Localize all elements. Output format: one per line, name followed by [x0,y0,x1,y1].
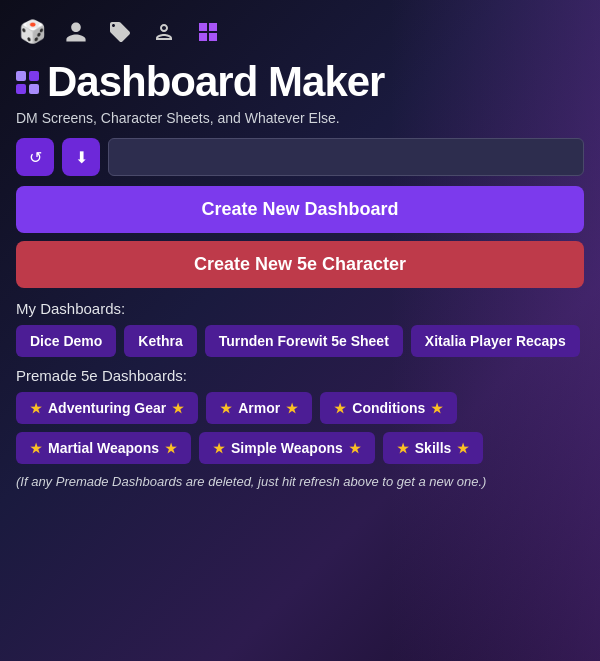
star-icon-left: ★ [220,401,232,416]
search-input[interactable] [108,138,584,176]
premade-adventuring-gear[interactable]: ★ Adventuring Gear ★ [16,392,198,424]
star-icon-left: ★ [397,441,409,456]
search-row: ↺ ⬇ [16,138,584,176]
star-icon-right: ★ [457,441,469,456]
dashboard-kethra[interactable]: Kethra [124,325,196,357]
refresh-button[interactable]: ↺ [16,138,54,176]
star-icon-right: ★ [165,441,177,456]
star-icon-right: ★ [349,441,361,456]
d20-icon[interactable]: 🎲 [16,16,48,48]
create-character-button[interactable]: Create New 5e Character [16,241,584,288]
premade-simple-weapons[interactable]: ★ Simple Weapons ★ [199,432,375,464]
premade-martial-weapons[interactable]: ★ Martial Weapons ★ [16,432,191,464]
star-icon-left: ★ [213,441,225,456]
premade-skills[interactable]: ★ Skills ★ [383,432,484,464]
premade-dashboards-label: Premade 5e Dashboards: [16,367,584,384]
app-title: Dashboard Maker [47,58,384,106]
dashboard-dice-demo[interactable]: Dice Demo [16,325,116,357]
title-icon [16,71,39,94]
tag-icon[interactable] [104,16,136,48]
my-dashboards-label: My Dashboards: [16,300,584,317]
download-button[interactable]: ⬇ [62,138,100,176]
star-icon-left: ★ [334,401,346,416]
glasses-icon[interactable] [148,16,180,48]
footer-note: (If any Premade Dashboards are deleted, … [16,474,584,489]
star-icon-right: ★ [172,401,184,416]
star-icon-right: ★ [431,401,443,416]
app-header: Dashboard Maker DM Screens, Character Sh… [16,58,584,126]
star-icon-left: ★ [30,441,42,456]
top-nav: 🎲 [16,10,584,58]
grid-icon[interactable] [192,16,224,48]
premade-armor[interactable]: ★ Armor ★ [206,392,312,424]
dashboard-xitalia[interactable]: Xitalia Player Recaps [411,325,580,357]
my-dashboards-group: Dice Demo Kethra Turnden Forewit 5e Shee… [16,325,584,357]
star-icon-right: ★ [286,401,298,416]
star-icon-left: ★ [30,401,42,416]
dashboard-turnden[interactable]: Turnden Forewit 5e Sheet [205,325,403,357]
premade-conditions[interactable]: ★ Conditions ★ [320,392,457,424]
app-subtitle: DM Screens, Character Sheets, and Whatev… [16,110,584,126]
premade-dashboards-group: ★ Adventuring Gear ★ ★ Armor ★ ★ Conditi… [16,392,584,464]
create-dashboard-button[interactable]: Create New Dashboard [16,186,584,233]
user-icon[interactable] [60,16,92,48]
